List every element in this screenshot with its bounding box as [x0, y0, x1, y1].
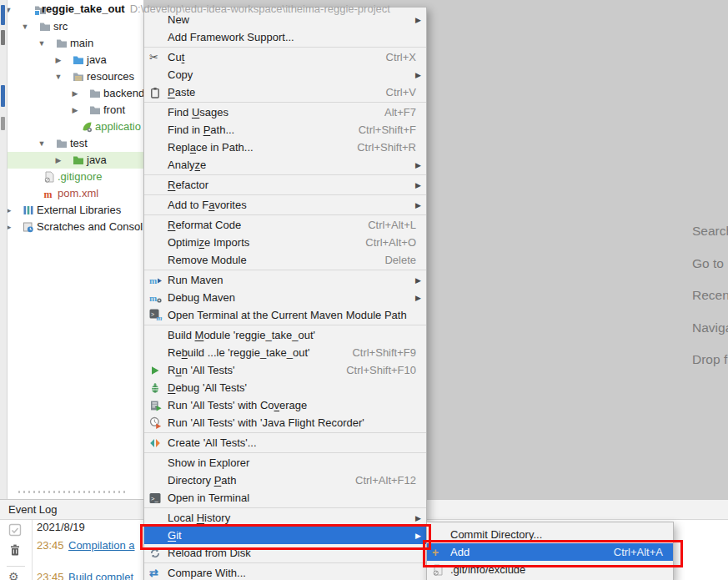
tree-item-gitignore[interactable]: .gitignore	[7, 169, 143, 185]
menu-item-run-all-tests-with-coverage[interactable]: Run 'All Tests' with Coverage	[144, 396, 426, 414]
menu-item-label: Replace in Path...	[168, 141, 254, 154]
menu-item-icon-slot	[149, 456, 168, 469]
menu-item-reload-from-disk[interactable]: Reload from Disk	[144, 544, 426, 562]
menu-item-debug-all-tests[interactable]: Debug 'All Tests'	[144, 379, 426, 396]
chevron-collapsed-icon[interactable]: ▶	[70, 85, 80, 102]
menu-item-label: Open in Terminal	[168, 492, 249, 504]
submenu-arrow-icon: ▶	[411, 276, 423, 285]
gear-icon[interactable]: ⚙	[8, 570, 22, 580]
tree-item-label: Scratches and Consol	[37, 219, 143, 235]
chevron-collapsed-icon[interactable]: ▶	[53, 52, 63, 68]
menu-item-label: Compare With...	[168, 567, 246, 579]
tree-item-test[interactable]: ▼test	[7, 135, 143, 152]
editor-hint-search: Search	[692, 224, 728, 239]
menu-item-label: Remove Module	[168, 254, 247, 266]
tree-item-resources[interactable]: ▼resources	[7, 68, 143, 85]
menu-item-find-usages[interactable]: Find UsagesAlt+F7	[144, 103, 426, 121]
menu-item-add-to-favorites[interactable]: Add to Favorites▶	[144, 196, 426, 214]
tree-item-pom-xml[interactable]: mpom.xml	[7, 185, 143, 202]
trash-icon[interactable]	[8, 543, 22, 557]
chevron-collapsed-icon[interactable]: ▶	[70, 102, 80, 119]
menu-item-compare-with[interactable]: ⇄Compare With...	[144, 564, 426, 580]
menu-item-copy[interactable]: Copy▶	[144, 66, 426, 83]
event-log-link[interactable]: Build complet	[68, 571, 133, 580]
tree-item-java[interactable]: ▶java	[7, 52, 143, 68]
menu-item-label: Add	[450, 546, 469, 558]
menu-item-reformat-code[interactable]: Reformat CodeCtrl+Alt+L	[144, 216, 426, 234]
menu-separator	[144, 452, 426, 453]
menu-item-run-all-tests[interactable]: Run 'All Tests'Ctrl+Shift+F10	[144, 361, 426, 379]
menu-item-shortcut: Ctrl+Shift+F10	[346, 364, 423, 376]
menu-item-label: Cut	[168, 51, 184, 63]
submenu-arrow-icon: ▶	[411, 294, 423, 302]
tool-stripe-fragment	[1, 5, 5, 25]
tree-item-src[interactable]: ▼src	[7, 18, 143, 35]
menu-item-directory-path[interactable]: Directory PathCtrl+Alt+F12	[144, 472, 426, 489]
menu-item-run-all-tests-with-java-flight-recorder[interactable]: Run 'All Tests' with 'Java Flight Record…	[144, 414, 426, 431]
menu-item-create-all-tests[interactable]: Create 'All Tests'...	[144, 434, 426, 451]
menu-item-rebuild-le-reggie-take-out[interactable]: Rebuild ...le 'reggie_take_out'Ctrl+Shif…	[144, 344, 426, 361]
tree-item-backend[interactable]: ▶backend	[7, 85, 143, 102]
checkmark-box-icon[interactable]	[8, 523, 22, 537]
menu-item-replace-in-path[interactable]: Replace in Path...Ctrl+Shift+R	[144, 139, 426, 156]
menu-item-cut[interactable]: ✂CutCtrl+X	[144, 48, 426, 66]
tree-item-label: src	[53, 18, 68, 35]
menu-item-optimize-imports[interactable]: Optimize ImportsCtrl+Alt+O	[144, 234, 426, 251]
event-log-link[interactable]: Compilation a	[68, 539, 135, 552]
chevron-expanded-icon[interactable]: ▼	[37, 35, 47, 52]
chevron-collapsed-icon[interactable]: ▶	[7, 219, 13, 235]
menu-item-new[interactable]: New▶	[144, 11, 426, 28]
left-tool-stripe	[0, 0, 8, 499]
menu-item-refactor[interactable]: Refactor▶	[144, 176, 426, 194]
menu-item-git[interactable]: Git▶	[144, 527, 426, 544]
tree-item-java[interactable]: ▶java	[7, 152, 143, 169]
menu-item-build-module-reggie-take-out[interactable]: Build Module 'reggie_take_out'	[144, 326, 426, 344]
folder-source-icon	[73, 54, 84, 66]
menu-item-icon-slot	[149, 529, 168, 542]
external-lib-icon	[23, 204, 34, 216]
chevron-expanded-icon[interactable]: ▼	[53, 68, 63, 85]
menu-item-paste[interactable]: PasteCtrl+V	[144, 83, 426, 101]
debug-maven-icon: m	[149, 291, 168, 304]
menu-item-icon-slot	[149, 254, 168, 266]
menu-item-icon-slot	[149, 31, 168, 43]
tree-item-external-libraries[interactable]: ▶External Libraries	[7, 202, 143, 219]
menu-item-open-terminal-at-the-current-maven-module-path[interactable]: >mOpen Terminal at the Current Maven Mod…	[144, 306, 426, 324]
menu-item-show-in-explorer[interactable]: Show in Explorer	[144, 454, 426, 472]
chevron-collapsed-icon[interactable]: ▶	[7, 202, 13, 219]
chevron-collapsed-icon[interactable]: ▶	[53, 152, 63, 169]
menu-item-find-in-path[interactable]: Find in Path...Ctrl+Shift+F	[144, 121, 426, 139]
menu-separator	[144, 214, 426, 215]
chevron-expanded-icon[interactable]: ▼	[37, 135, 47, 152]
menu-item-run-maven[interactable]: mRun Maven▶	[144, 271, 426, 289]
menu-item-label: Optimize Imports	[168, 236, 249, 249]
menu-item-debug-maven[interactable]: mDebug Maven▶	[144, 289, 426, 306]
chevron-expanded-icon[interactable]: ▼	[20, 18, 30, 35]
tree-item-label: front	[103, 102, 125, 119]
menu-item-local-history[interactable]: Local History▶	[144, 509, 426, 527]
svg-text:>_: >_	[151, 494, 158, 502]
flight-recorder-icon	[149, 416, 168, 429]
menu-item-icon-slot	[149, 199, 168, 211]
tree-item-label: main	[70, 35, 93, 52]
menu-item-open-in-terminal[interactable]: >_Open in Terminal	[144, 489, 426, 507]
tree-item-label: resources	[87, 68, 134, 85]
menu-item-add[interactable]: +AddCtrl+Alt+A	[427, 543, 673, 561]
menu-separator	[144, 432, 426, 433]
menu-item-commit-directory[interactable]: Commit Directory...	[427, 526, 673, 543]
chevron-expanded-icon[interactable]: ▼	[7, 2, 13, 18]
panel-resize-grip[interactable]	[18, 491, 125, 493]
tree-item-scratches-and-consol[interactable]: ▶Scratches and Consol	[7, 219, 143, 235]
menu-separator	[144, 562, 426, 563]
tree-item-applicatio[interactable]: applicatio	[7, 119, 143, 135]
menu-item-label: .git/info/exclude	[450, 563, 525, 576]
menu-item-git-info-exclude[interactable]: .git/info/exclude	[427, 561, 673, 578]
menu-item-analyze[interactable]: Analyze▶	[144, 156, 426, 174]
maven-icon: m	[43, 188, 55, 199]
menu-item-remove-module[interactable]: Remove ModuleDelete	[144, 251, 426, 269]
tree-item-reggie-take-out[interactable]: ▼	[7, 2, 143, 18]
menu-item-add-framework-support[interactable]: Add Framework Support...	[144, 28, 426, 46]
tree-item-front[interactable]: ▶front	[7, 102, 143, 119]
menu-item-shortcut: Delete	[384, 254, 423, 266]
tree-item-main[interactable]: ▼main	[7, 35, 143, 52]
